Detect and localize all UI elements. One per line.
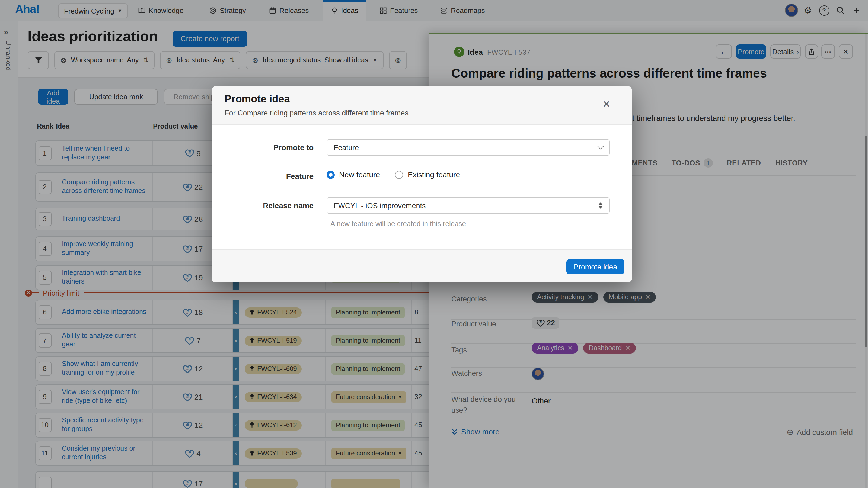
promote-to-value: Feature	[334, 143, 359, 152]
promote-idea-modal: Promote idea For Compare riding patterns…	[212, 86, 632, 283]
radio-new-feature[interactable]	[327, 170, 335, 178]
release-name-value: FWCYL - iOS improvements	[334, 201, 426, 209]
radio-new-feature-label: New feature	[339, 170, 380, 179]
modal-title: Promote idea	[225, 93, 290, 105]
spinner-arrows-icon	[598, 202, 603, 209]
modal-footer: Promote idea	[212, 250, 632, 283]
release-helper-text: A new feature will be created in this re…	[330, 220, 466, 228]
promote-idea-submit-button[interactable]: Promote idea	[566, 259, 624, 274]
release-name-select[interactable]: FWCYL - iOS improvements	[327, 197, 610, 214]
promote-to-label: Promote to	[232, 143, 314, 152]
modal-header: Promote idea For Compare riding patterns…	[212, 86, 632, 125]
radio-existing-feature-label: Existing feature	[408, 170, 460, 179]
app-root: Aha! Fredwin Cycling ▼ Knowledge Strateg…	[0, 0, 868, 488]
release-name-label: Release name	[232, 201, 314, 210]
feature-radio-group: New feature Existing feature	[327, 170, 460, 179]
feature-label: Feature	[232, 172, 314, 181]
chevron-down-icon	[597, 143, 604, 150]
modal-close-icon[interactable]: ✕	[603, 99, 611, 110]
modal-subtitle: For Compare riding patterns across diffe…	[225, 109, 408, 117]
promote-to-select[interactable]: Feature	[327, 139, 610, 156]
radio-existing-feature[interactable]	[395, 170, 403, 178]
